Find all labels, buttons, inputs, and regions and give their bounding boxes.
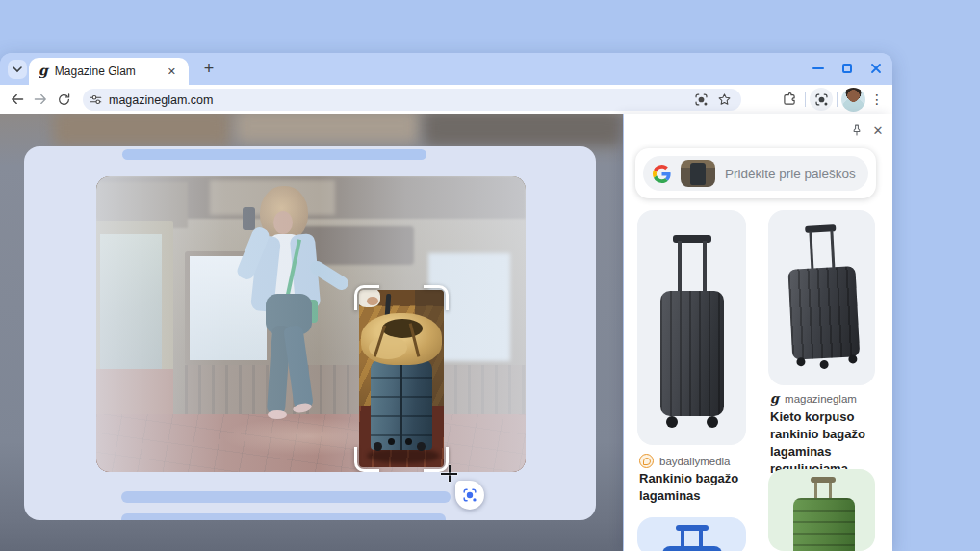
placeholder-bar [121, 491, 451, 503]
product-image-angled-suitcase[interactable] [768, 210, 875, 385]
lens-selection-image [359, 290, 444, 467]
results-column-1: baydailymedia Rankinio bagažo lagaminas [637, 114, 746, 551]
source-name: baydailymedia [659, 456, 731, 467]
close-window-button[interactable] [865, 61, 887, 76]
desktop: g Magazine Glam ✕ + [0, 0, 980, 551]
address-bar[interactable]: magazineglam.com [83, 89, 741, 111]
article-photo[interactable] [96, 176, 526, 472]
page-blur-blob [53, 114, 231, 146]
lens-selection-region[interactable] [357, 288, 446, 469]
crosshair-cursor [441, 465, 457, 482]
omnibox-lens-button[interactable] [689, 89, 712, 112]
lens-icon [814, 92, 829, 107]
result-source[interactable]: baydailymedia [639, 454, 731, 468]
page-blur-blob [424, 114, 621, 146]
back-icon [10, 92, 25, 107]
site-info-icon[interactable] [89, 92, 103, 107]
product-image-green-suitcase[interactable] [768, 469, 875, 551]
back-button[interactable] [6, 88, 29, 111]
tab-close-icon[interactable]: ✕ [163, 63, 181, 81]
lens-toolbar-button[interactable] [810, 88, 833, 111]
new-tab-button[interactable]: + [197, 57, 220, 80]
chevron-down-icon [13, 66, 22, 73]
page-blur-blob [236, 114, 419, 143]
sel-wheel [388, 438, 395, 445]
bookmark-button[interactable] [712, 89, 735, 112]
lens-icon [694, 92, 709, 107]
lens-side-panel: ✕ Pridėkite prie paieškos [624, 114, 892, 551]
sel-suitcase-seam [400, 359, 402, 450]
tab-strip: g Magazine Glam ✕ + [0, 53, 892, 85]
menu-kebab-button[interactable]: ⋮ [865, 88, 889, 111]
close-icon [870, 63, 882, 74]
url-text: magazineglam.com [109, 93, 689, 107]
lens-fab-button[interactable] [455, 481, 484, 510]
result-title[interactable]: Rankinio bagažo lagaminas [639, 470, 745, 505]
profile-avatar[interactable] [841, 88, 865, 112]
placeholder-bar [121, 513, 446, 520]
baydailymedia-icon [639, 454, 654, 468]
minimize-icon [812, 67, 824, 69]
maximize-button[interactable] [837, 61, 858, 76]
tab-search-button[interactable] [8, 60, 27, 79]
article-card [24, 146, 596, 520]
minimize-button[interactable] [808, 61, 829, 76]
reload-icon [57, 92, 71, 107]
lens-dim-overlay [96, 176, 526, 472]
product-image-dark-suitcase[interactable] [637, 210, 746, 445]
toolbar-separator [805, 92, 806, 107]
reload-button[interactable] [52, 88, 75, 111]
toolbar-separator [837, 92, 838, 107]
selection-corner-handle[interactable] [424, 285, 449, 310]
magazineglam-icon: g [770, 392, 779, 405]
product-image-blue-suitcase[interactable] [637, 517, 746, 551]
tab-magazine-glam[interactable]: g Magazine Glam ✕ [29, 58, 189, 85]
result-source[interactable]: g magazineglam [770, 392, 857, 405]
browser-window: g Magazine Glam ✕ + [0, 53, 892, 551]
site-favicon: g [39, 64, 48, 77]
sel-wheel [405, 438, 412, 445]
selection-corner-handle[interactable] [354, 285, 379, 310]
webpage-dimmed [0, 114, 623, 551]
extensions-button[interactable] [778, 88, 801, 111]
sel-duffel-opening [382, 319, 423, 338]
selection-corner-handle[interactable] [354, 447, 379, 472]
browser-toolbar: magazineglam.com [0, 85, 892, 114]
maximize-icon [842, 64, 852, 73]
placeholder-bar [122, 149, 426, 160]
extensions-icon [782, 92, 797, 107]
results-column-2: g magazineglam Kieto korpuso rankinio ba… [768, 114, 875, 551]
tab-title: Magazine Glam [55, 65, 163, 78]
forward-button[interactable] [29, 88, 52, 111]
lens-icon [462, 487, 477, 503]
forward-icon [33, 92, 48, 107]
source-name: magazineglam [785, 393, 857, 405]
star-icon [717, 92, 732, 107]
